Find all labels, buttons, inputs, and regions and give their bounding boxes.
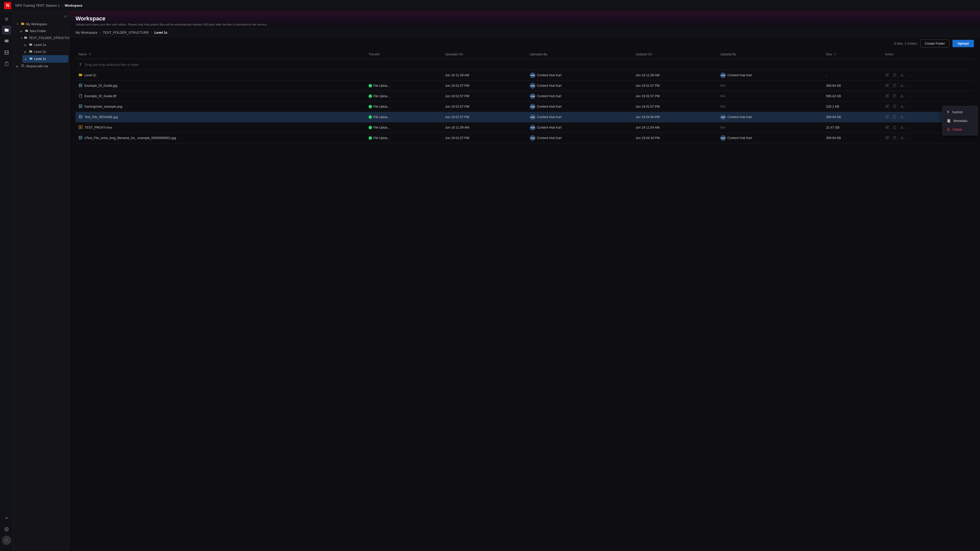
rail-monitor-icon[interactable] <box>2 37 11 46</box>
more-action-button[interactable]: ··· <box>907 73 912 78</box>
download-action-button[interactable] <box>900 73 904 78</box>
bc-test-folder-structure[interactable]: TEST_FOLDER_STRUCTURE <box>103 30 149 35</box>
file-name-cell: zTest_File_extra_long_filename_for_ exam… <box>76 133 366 143</box>
tree-arrow-test-folder: ▼ <box>21 37 23 40</box>
rail-user-avatar[interactable]: U <box>2 536 11 545</box>
download-action-button[interactable] <box>900 83 904 89</box>
status-dot: ✓ <box>369 115 372 119</box>
file-table: Name ⇅ Transfer Uploaded On Uploaded By … <box>76 50 974 143</box>
file-name-cell: framingchart_example.png <box>76 102 366 112</box>
transfer-cell: ✓ File Uploa... <box>366 102 442 112</box>
file-name-cell: Level 2c <box>76 70 366 81</box>
tree-arrow-level-1a: ▶ <box>24 44 28 46</box>
file-name: zTest_File_extra_long_filename_for_ exam… <box>84 136 176 140</box>
uploaded-by-cell: CHK Content Hub Karl <box>527 70 632 81</box>
rail-collapse-icon[interactable]: ⇄ <box>2 513 11 522</box>
avatar: CHK <box>530 73 535 78</box>
rename-action-button[interactable] <box>885 114 890 120</box>
rename-action-button[interactable] <box>885 94 890 99</box>
user-name: Content Hub Karl <box>537 126 562 129</box>
table-row[interactable]: framingchart_example.png ✓ File Uploa...… <box>76 102 974 112</box>
share-action-button[interactable] <box>892 83 897 89</box>
rename-action-button[interactable] <box>885 104 890 110</box>
sidebar-item-new-folder[interactable]: ▶ New Folder <box>18 28 68 35</box>
share-action-button[interactable] <box>892 135 897 141</box>
sidebar-item-shared-with-me[interactable]: ▶ Shared with me <box>14 63 68 70</box>
table-row[interactable]: Example_DI_Guide.tiff ✓ File Uploa... Ju… <box>76 91 974 102</box>
col-size[interactable]: Size ⇅ <box>823 50 882 59</box>
sidebar-item-my-workspace[interactable]: ▼ My Workspace <box>14 21 68 27</box>
avatar: CHK <box>720 114 726 120</box>
svg-line-14 <box>894 84 896 86</box>
rail-film-icon[interactable] <box>2 48 11 57</box>
download-action-button[interactable] <box>900 114 904 120</box>
more-action-button[interactable]: ··· <box>907 125 912 130</box>
file-type-icon <box>79 83 83 88</box>
bc-my-workspace[interactable]: My Workspace <box>76 30 97 35</box>
share-action-button[interactable] <box>892 125 897 130</box>
upload-button[interactable]: Upload <box>953 40 974 47</box>
table-row[interactable]: Test_File_RENAME.jpg ✓ File Uploa... Jun… <box>76 112 974 122</box>
svg-line-24 <box>894 116 896 117</box>
table-row[interactable]: TEST_PROXY.mov ✓ File Uploa... Jun 19 11… <box>76 122 974 133</box>
table-row[interactable]: Example_DI_Guide.jpg ✓ File Uploa... Jun… <box>76 81 974 91</box>
rail-settings-icon[interactable] <box>2 524 11 534</box>
drop-zone-label: Drag and drop additional files or folder <box>85 63 139 67</box>
download-action-button[interactable] <box>900 125 904 130</box>
size-cell: 595.42 KB <box>823 91 882 102</box>
col-name[interactable]: Name ⇅ <box>76 50 366 59</box>
svg-rect-0 <box>5 40 8 42</box>
workspace-link[interactable]: Workspace <box>65 3 83 7</box>
more-action-button[interactable]: ··· <box>907 114 912 120</box>
share-action-button[interactable] <box>892 114 897 120</box>
share-action-button[interactable] <box>892 73 897 78</box>
sidebar-label-test-folder-structure: TEST_FOLDER_STRUCTURE <box>29 36 69 40</box>
share-action-button[interactable] <box>892 104 897 110</box>
user-name: Content Hub Karl <box>537 115 562 119</box>
status-dot: ✓ <box>369 126 372 129</box>
user-name: Content Hub Karl <box>537 136 562 140</box>
updated-by-cell: CHK Content Hub Karl <box>717 133 823 143</box>
sidebar-item-level-1a[interactable]: ▶ Level 1a <box>22 41 68 48</box>
rail-grid-icon[interactable]: ⊞ <box>2 14 11 24</box>
status-dot: ✓ <box>369 94 372 98</box>
download-action-button[interactable] <box>900 104 904 110</box>
uploaded-by-cell: CHK Content Hub Karl <box>527 91 632 102</box>
more-action-button[interactable]: ··· <box>907 94 912 99</box>
sidebar-collapse-button[interactable]: ⇄ <box>13 13 69 21</box>
context-menu-submit[interactable]: ⬆Submit <box>942 108 978 116</box>
sidebar-item-level-1b[interactable]: ▶ Level 1b <box>22 48 68 55</box>
share-action-button[interactable] <box>892 94 897 99</box>
create-folder-button[interactable]: Create Folder <box>920 40 949 48</box>
rail-clipboard-icon[interactable] <box>2 59 11 68</box>
rename-action-button[interactable] <box>885 73 890 78</box>
download-action-button[interactable] <box>900 135 904 141</box>
na-text: N/A <box>720 94 725 98</box>
project-link[interactable]: NPS Training TEST: Season 1 <box>15 3 60 7</box>
updated-by-cell: CHK Content Hub Karl <box>717 112 823 122</box>
rename-action-button[interactable] <box>885 125 890 130</box>
context-menu-delete[interactable]: 🗑Delete <box>942 125 978 134</box>
rail-folder-icon[interactable] <box>2 25 11 35</box>
sidebar-item-level-1c[interactable]: ▶ Level 1c <box>22 56 68 62</box>
avatar: CHK <box>530 94 535 99</box>
rename-action-button[interactable] <box>885 83 890 89</box>
table-row[interactable]: Level 2c Jun 19 11:39 AM CHK Content Hub… <box>76 70 974 81</box>
table-row[interactable]: zTest_File_extra_long_filename_for_ exam… <box>76 133 974 143</box>
tree-arrow-level-1c: ▶ <box>25 58 28 60</box>
transfer-label: File Uploa... <box>373 126 390 129</box>
more-action-button[interactable]: ··· <box>907 83 912 89</box>
sidebar-item-test-folder-structure[interactable]: ▼ TEST_FOLDER_STRUCTURE <box>18 35 68 41</box>
content-breadcrumb: My Workspace › TEST_FOLDER_STRUCTURE › L… <box>76 30 974 35</box>
download-action-button[interactable] <box>900 94 904 99</box>
size-cell: 289.94 KB <box>823 133 882 143</box>
rename-action-button[interactable] <box>885 135 890 141</box>
size-cell: 289.94 KB <box>823 112 882 122</box>
context-menu-metadata[interactable]: 📋Metadata <box>942 116 978 125</box>
file-name-cell: Example_DI_Guide.tiff <box>76 91 366 102</box>
more-action-button[interactable]: ··· <box>907 135 912 141</box>
updated-on-cell: Jun 19 11:54 AM <box>632 122 717 133</box>
page-title: Workspace <box>76 15 974 22</box>
more-action-button[interactable]: ··· <box>907 104 912 110</box>
user-name: Content Hub Karl <box>537 84 562 87</box>
